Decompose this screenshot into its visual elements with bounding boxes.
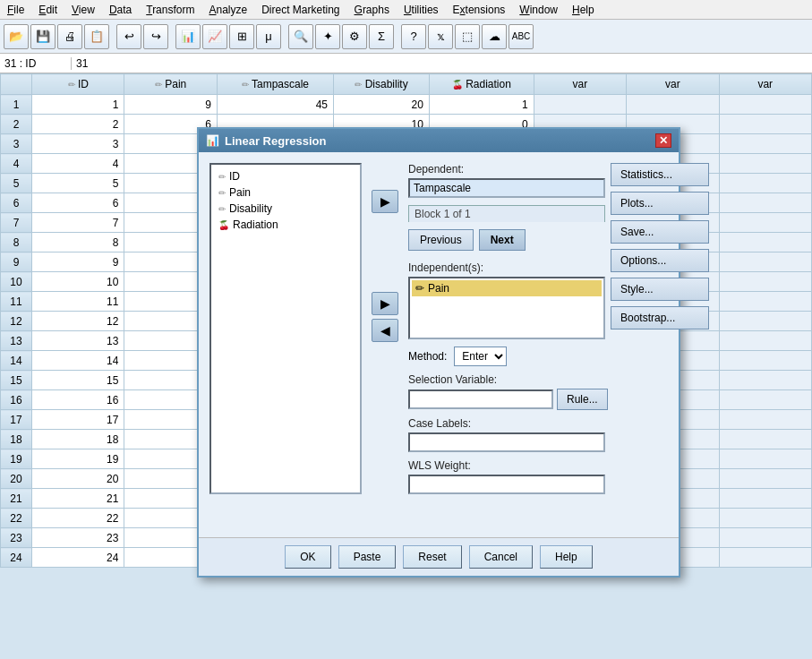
var-item-radiation[interactable]: 🍒 Radiation: [215, 217, 356, 233]
toolbar-var3[interactable]: ☁: [482, 24, 507, 49]
move-to-dependent-btn[interactable]: ▶: [372, 190, 398, 213]
indep-pencil-icon: ✏: [415, 282, 424, 295]
independent-box[interactable]: ✏ Pain: [408, 277, 605, 339]
menu-extensions[interactable]: Extensions: [446, 2, 513, 18]
reset-button[interactable]: Reset: [403, 545, 461, 569]
dialog-close-button[interactable]: ✕: [655, 133, 671, 148]
menu-file[interactable]: File: [0, 2, 31, 18]
cancel-button[interactable]: Cancel: [469, 545, 533, 569]
bootstrap-button[interactable]: Bootstrap...: [611, 306, 709, 330]
var-disability-label: Disability: [229, 202, 272, 215]
case-labels-group: Case Labels:: [408, 417, 605, 452]
toolbar-open[interactable]: 📂: [4, 24, 29, 49]
toolbar-chart1[interactable]: 📊: [175, 24, 201, 49]
var-item-disability[interactable]: ✏ Disability: [215, 201, 356, 217]
var-radiation-label: Radiation: [233, 218, 278, 231]
statistics-button[interactable]: Statistics...: [611, 163, 709, 186]
var-pain-label: Pain: [229, 186, 251, 199]
toolbar-undo[interactable]: ↩: [116, 24, 141, 49]
cell-value: 31: [72, 57, 92, 70]
indep-pain-label: Pain: [428, 282, 449, 295]
toolbar-search[interactable]: 🔍: [288, 24, 313, 49]
menubar: File Edit View Data Transform Analyze Di…: [0, 0, 812, 20]
toolbar-var1[interactable]: 𝕩: [428, 24, 453, 49]
dialog-footer: OK Paste Reset Cancel Help: [199, 537, 679, 576]
arrow-column: ▶ ▶ ◀: [367, 163, 403, 342]
var-cherry-icon: 🍒: [218, 220, 229, 230]
case-labels-input[interactable]: [408, 432, 605, 452]
block-nav: Previous Next: [408, 229, 605, 251]
ok-button[interactable]: OK: [285, 545, 330, 569]
menu-window[interactable]: Window: [512, 2, 565, 18]
selection-var-input[interactable]: [408, 389, 553, 409]
menu-utilities[interactable]: Utilities: [397, 2, 446, 18]
toolbar-gear[interactable]: ⚙: [342, 24, 367, 49]
toolbar-sum[interactable]: Σ: [369, 24, 394, 49]
right-buttons: Statistics... Plots... Save... Options..…: [611, 163, 709, 330]
right-panels: Dependent: Tampascale Block 1 of 1 Previ…: [408, 163, 605, 494]
selection-var-group: Selection Variable: Rule...: [408, 373, 605, 410]
rule-button[interactable]: Rule...: [557, 389, 608, 410]
dialog-overlay: 📊 Linear Regression ✕ ✏ ID ✏ Pain: [0, 73, 812, 659]
toolbar-chart2[interactable]: 📈: [202, 24, 227, 49]
block-label: Block 1 of 1: [408, 205, 605, 222]
menu-help[interactable]: Help: [565, 2, 602, 18]
wls-group: WLS Weight:: [408, 459, 605, 494]
remove-independent-btn[interactable]: ◀: [372, 319, 398, 342]
dialog-title-text: Linear Regression: [225, 134, 655, 148]
menu-analyze[interactable]: Analyze: [201, 2, 254, 18]
toolbar-redo[interactable]: ↪: [143, 24, 168, 49]
variable-list[interactable]: ✏ ID ✏ Pain ✏ Disability 🍒: [209, 163, 362, 494]
var-pencil-icon: ✏: [218, 188, 226, 198]
paste-button[interactable]: Paste: [338, 545, 397, 569]
dialog-title-icon: 📊: [206, 134, 219, 147]
move-to-independent-btn[interactable]: ▶: [372, 292, 398, 315]
dependent-label: Dependent:: [408, 163, 605, 175]
save-button[interactable]: Save...: [611, 220, 709, 244]
var-item-id[interactable]: ✏ ID: [215, 168, 356, 184]
menu-edit[interactable]: Edit: [31, 2, 64, 18]
toolbar-abc[interactable]: ABC: [509, 24, 534, 49]
dependent-group: Dependent: Tampascale: [408, 163, 605, 198]
help-button[interactable]: Help: [540, 545, 593, 569]
method-label: Method:: [408, 350, 447, 363]
toolbar-help2[interactable]: ?: [401, 24, 426, 49]
toolbar-formula[interactable]: μ: [256, 24, 281, 49]
method-select[interactable]: Enter: [454, 347, 507, 366]
var-id-label: ID: [229, 170, 240, 183]
menu-graphs[interactable]: Graphs: [347, 2, 397, 18]
toolbar-import[interactable]: 📋: [84, 24, 109, 49]
linear-regression-dialog: 📊 Linear Regression ✕ ✏ ID ✏ Pain: [197, 127, 680, 578]
case-labels-label: Case Labels:: [408, 417, 605, 430]
method-row: Method: Enter: [408, 347, 605, 366]
independent-label: Independent(s):: [408, 261, 605, 274]
toolbar-save[interactable]: 💾: [30, 24, 56, 49]
menu-data[interactable]: Data: [102, 2, 139, 18]
independent-item-pain: ✏ Pain: [412, 280, 602, 296]
var-item-pain[interactable]: ✏ Pain: [215, 184, 356, 201]
wls-label: WLS Weight:: [408, 459, 605, 472]
cell-reference: 31 : ID: [0, 57, 72, 70]
options-button[interactable]: Options...: [611, 249, 709, 272]
toolbar-table[interactable]: ⊞: [229, 24, 254, 49]
toolbar-star[interactable]: ✦: [315, 24, 340, 49]
var-pencil-icon: ✏: [218, 204, 226, 214]
spreadsheet-area: ✏ ID ✏ Pain ✏ Tampascale ✏ Disability 🍒 …: [0, 73, 812, 659]
style-button[interactable]: Style...: [611, 278, 709, 301]
selection-var-label: Selection Variable:: [408, 373, 605, 386]
var-pencil-icon: ✏: [218, 172, 226, 182]
toolbar-var2[interactable]: ⬚: [455, 24, 480, 49]
wls-input[interactable]: [408, 475, 605, 494]
refbar: 31 : ID 31: [0, 54, 812, 73]
previous-button[interactable]: Previous: [408, 229, 474, 251]
menu-view[interactable]: View: [64, 2, 102, 18]
menu-transform[interactable]: Transform: [139, 2, 201, 18]
dependent-input[interactable]: Tampascale: [408, 178, 605, 198]
plots-button[interactable]: Plots...: [611, 192, 709, 215]
toolbar-print[interactable]: 🖨: [57, 24, 82, 49]
next-button[interactable]: Next: [479, 229, 526, 251]
independent-group: Independent(s): ✏ Pain: [408, 261, 605, 339]
menu-direct-marketing[interactable]: Direct Marketing: [254, 2, 346, 18]
toolbar: 📂 💾 🖨 📋 ↩ ↪ 📊 📈 ⊞ μ 🔍 ✦ ⚙ Σ ? 𝕩 ⬚ ☁ ABC: [0, 20, 812, 54]
dialog-body: ✏ ID ✏ Pain ✏ Disability 🍒: [199, 152, 679, 537]
